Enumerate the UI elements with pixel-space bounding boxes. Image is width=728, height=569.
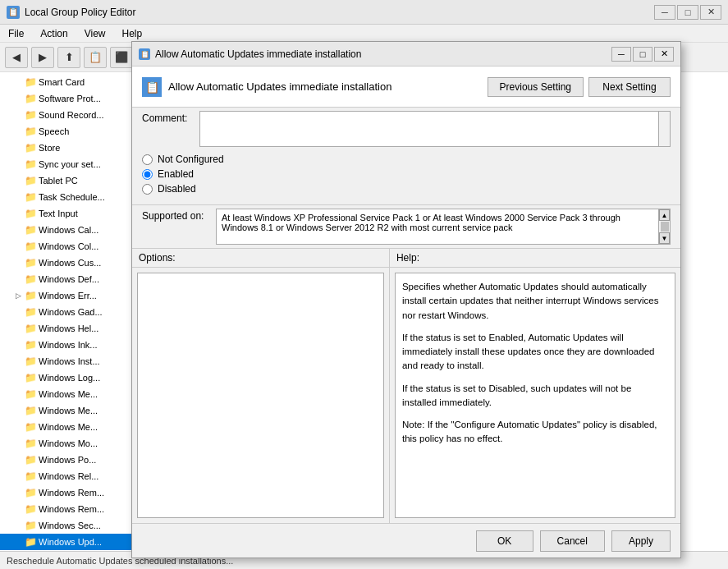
show-hide-button[interactable]: 📋 bbox=[84, 47, 107, 68]
scroll-up[interactable]: ▲ bbox=[659, 209, 670, 221]
dialog-header-icon: 📋 bbox=[142, 77, 162, 97]
window-controls: ─ □ ✕ bbox=[654, 5, 721, 20]
app-title: Local Group Policy Editor bbox=[25, 7, 135, 18]
sidebar-item-windows-gad[interactable]: 📁 Windows Gad... bbox=[0, 304, 135, 320]
title-bar: 📋 Local Group Policy Editor ─ □ ✕ bbox=[0, 0, 728, 25]
next-setting-button[interactable]: Next Setting bbox=[588, 77, 671, 97]
options-content[interactable] bbox=[137, 273, 384, 518]
sidebar-item-windows-ink[interactable]: 📁 Windows Ink... bbox=[0, 337, 135, 353]
sidebar-item-windows-log[interactable]: 📁 Windows Log... bbox=[0, 369, 135, 386]
sidebar-item-text-input[interactable]: 📁 Text Input bbox=[0, 205, 135, 222]
radio-enabled[interactable]: Enabled bbox=[142, 168, 671, 180]
main-window: 📋 Local Group Policy Editor ─ □ ✕ File A… bbox=[0, 0, 728, 569]
radio-not-configured-label: Not Configured bbox=[158, 154, 224, 165]
help-para-3: If the status is set to Disabled, such u… bbox=[402, 382, 668, 411]
dialog-maximize[interactable]: □ bbox=[633, 47, 652, 62]
ok-button[interactable]: OK bbox=[476, 530, 533, 552]
cancel-button[interactable]: Cancel bbox=[540, 530, 605, 552]
supported-on-row: Supported on: At least Windows XP Profes… bbox=[132, 205, 680, 249]
app-icon: 📋 bbox=[7, 6, 20, 19]
comment-scrollbar bbox=[659, 111, 671, 147]
sidebar-item-windows-rem1[interactable]: 📁 Windows Rem... bbox=[0, 484, 135, 501]
sidebar-item-windows-err[interactable]: ▷ 📁 Windows Err... bbox=[0, 287, 135, 304]
forward-button[interactable]: ▶ bbox=[31, 47, 54, 68]
options-label: Options: bbox=[132, 249, 389, 268]
comment-label: Comment: bbox=[142, 111, 199, 124]
supported-value: At least Windows XP Professional Service… bbox=[216, 209, 659, 245]
sidebar-item-windows-rem2[interactable]: 📁 Windows Rem... bbox=[0, 501, 135, 517]
supported-scrollbar: ▲ ▼ bbox=[659, 209, 671, 245]
supported-label: Supported on: bbox=[142, 209, 216, 222]
scroll-thumb bbox=[661, 222, 669, 232]
sidebar-item-windows-po[interactable]: 📁 Windows Po... bbox=[0, 452, 135, 468]
sidebar-item-windows-me2[interactable]: 📁 Windows Me... bbox=[0, 402, 135, 419]
sidebar-item-windows-rel[interactable]: 📁 Windows Rel... bbox=[0, 468, 135, 484]
comment-row: Comment: bbox=[132, 108, 680, 147]
up-button[interactable]: ⬆ bbox=[57, 47, 80, 68]
sidebar-item-sound-record[interactable]: 📁 Sound Record... bbox=[0, 107, 135, 123]
radio-not-configured[interactable]: Not Configured bbox=[142, 154, 671, 165]
menu-help[interactable]: Help bbox=[117, 26, 148, 41]
radio-disabled[interactable]: Disabled bbox=[142, 183, 671, 195]
scroll-down[interactable]: ▼ bbox=[659, 232, 670, 244]
expander bbox=[13, 77, 23, 87]
help-para-4: Note: If the "Configure Automatic Update… bbox=[402, 418, 668, 447]
back-button[interactable]: ◀ bbox=[5, 47, 28, 68]
menu-file[interactable]: File bbox=[3, 26, 29, 41]
options-help-area: Options: Help: Specifies whether Automat… bbox=[132, 249, 680, 523]
sidebar-item-windows-inst[interactable]: 📁 Windows Inst... bbox=[0, 353, 135, 369]
sidebar-item-speech[interactable]: 📁 Speech bbox=[0, 123, 135, 140]
sidebar-item-software-prot[interactable]: 📁 Software Prot... bbox=[0, 90, 135, 107]
maximize-button[interactable]: □ bbox=[677, 5, 698, 20]
sidebar-item-windows-upd[interactable]: 📁 Windows Upd... bbox=[0, 534, 135, 550]
radio-area: Not Configured Enabled Disabled bbox=[132, 147, 680, 205]
sidebar-item-windows-me3[interactable]: 📁 Windows Me... bbox=[0, 419, 135, 435]
dialog-title-bar: 📋 Allow Automatic Updates immediate inst… bbox=[132, 42, 680, 67]
close-button[interactable]: ✕ bbox=[700, 5, 721, 20]
menu-action[interactable]: Action bbox=[35, 26, 72, 41]
help-content: Specifies whether Automatic Updates shou… bbox=[395, 273, 675, 518]
dialog-title: Allow Automatic Updates immediate instal… bbox=[155, 48, 361, 60]
sidebar-item-tablet-pc[interactable]: 📁 Tablet PC bbox=[0, 172, 135, 189]
sidebar-item-windows-cus[interactable]: 📁 Windows Cus... bbox=[0, 255, 135, 271]
sidebar-item-windows-mo[interactable]: 📁 Windows Mo... bbox=[0, 435, 135, 452]
menu-bar: File Action View Help bbox=[0, 25, 728, 43]
sidebar-item-sync[interactable]: 📁 Sync your set... bbox=[0, 156, 135, 172]
menu-view[interactable]: View bbox=[80, 26, 111, 41]
sidebar-item-windows-def[interactable]: 📁 Windows Def... bbox=[0, 271, 135, 287]
dialog-header-title: Allow Automatic Updates immediate instal… bbox=[168, 80, 391, 93]
properties-button[interactable]: ⬛ bbox=[110, 47, 133, 68]
comment-input[interactable] bbox=[199, 111, 659, 147]
dialog-close[interactable]: ✕ bbox=[654, 47, 674, 62]
sidebar-item-windows-sec[interactable]: 📁 Windows Sec... bbox=[0, 517, 135, 534]
help-para-2: If the status is set to Enabled, Automat… bbox=[402, 331, 668, 374]
help-para-1: Specifies whether Automatic Updates shou… bbox=[402, 280, 668, 323]
sidebar-item-smart-card[interactable]: 📁 Smart Card bbox=[0, 74, 135, 90]
sidebar-item-task-schedule[interactable]: 📁 Task Schedule... bbox=[0, 189, 135, 205]
radio-enabled-label: Enabled bbox=[158, 168, 194, 180]
radio-disabled-label: Disabled bbox=[158, 183, 196, 195]
dialog-footer: OK Cancel Apply bbox=[132, 523, 680, 558]
sidebar-item-windows-hel[interactable]: 📁 Windows Hel... bbox=[0, 320, 135, 337]
sidebar-item-store[interactable]: 📁 Store bbox=[0, 140, 135, 156]
options-section: Options: bbox=[132, 249, 390, 523]
help-label: Help: bbox=[390, 249, 680, 268]
sidebar: 📁 Smart Card 📁 Software Prot... 📁 Sound … bbox=[0, 72, 135, 569]
minimize-button[interactable]: ─ bbox=[654, 5, 675, 20]
sidebar-item-windows-col[interactable]: 📁 Windows Col... bbox=[0, 238, 135, 255]
dialog-minimize[interactable]: ─ bbox=[611, 47, 631, 62]
dialog-header: 📋 Allow Automatic Updates immediate inst… bbox=[132, 67, 680, 108]
dialog: 📋 Allow Automatic Updates immediate inst… bbox=[131, 41, 681, 558]
sidebar-item-windows-cal[interactable]: 📁 Windows Cal... bbox=[0, 222, 135, 238]
dialog-icon: 📋 bbox=[139, 48, 150, 60]
apply-button[interactable]: Apply bbox=[611, 530, 671, 552]
sidebar-item-windows-me1[interactable]: 📁 Windows Me... bbox=[0, 386, 135, 402]
prev-setting-button[interactable]: Previous Setting bbox=[488, 77, 584, 97]
help-section: Help: Specifies whether Automatic Update… bbox=[390, 249, 680, 523]
